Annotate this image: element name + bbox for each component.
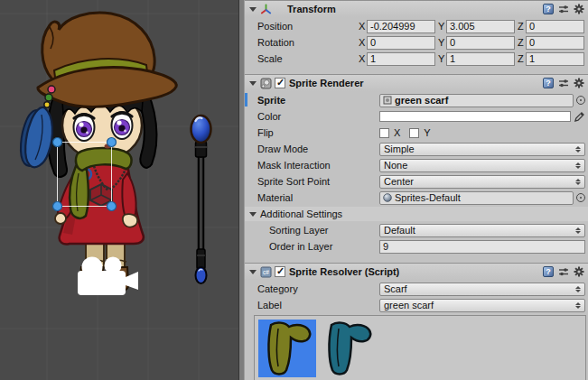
bead-green bbox=[45, 94, 52, 101]
right-arm bbox=[122, 173, 135, 218]
flip-x-checkbox[interactable] bbox=[379, 128, 389, 138]
row-label: Rotation bbox=[257, 37, 359, 48]
field-label: Sprite bbox=[257, 95, 379, 106]
csharp-script-icon: c# bbox=[260, 266, 272, 278]
object-picker-icon[interactable] bbox=[576, 193, 585, 202]
character-sprite[interactable] bbox=[21, 13, 176, 291]
material-sphere-icon bbox=[383, 193, 392, 202]
scale-x-field[interactable]: 1 bbox=[367, 52, 435, 66]
dropdown-value: Scarf bbox=[384, 283, 407, 294]
selection-handle-tr[interactable] bbox=[107, 138, 117, 147]
staff-collar bbox=[196, 142, 207, 157]
color-swatch[interactable] bbox=[379, 111, 571, 122]
sprite-sort-point-dropdown[interactable]: Center bbox=[379, 175, 585, 189]
sprite-renderer-header[interactable]: Sprite Renderer ? bbox=[245, 74, 588, 91]
dropdown-value: green scarf bbox=[384, 300, 434, 310]
selection-handle-bl[interactable] bbox=[53, 202, 62, 211]
mask-interaction-dropdown[interactable]: None bbox=[379, 159, 585, 172]
material-value: Sprites-Default bbox=[395, 192, 461, 203]
dropdown-value: None bbox=[384, 160, 407, 171]
selection-handle-br[interactable] bbox=[107, 202, 117, 211]
dropdown-arrows-icon bbox=[572, 302, 581, 309]
help-icon[interactable]: ? bbox=[543, 78, 554, 88]
position-y-field[interactable]: 3.005 bbox=[446, 20, 515, 33]
thumbnail-green-scarf[interactable] bbox=[258, 320, 316, 377]
rotation-y-field[interactable]: 0 bbox=[446, 36, 515, 50]
scene-canvas bbox=[0, 0, 238, 380]
flip-y-label: Y bbox=[424, 127, 430, 138]
gear-icon[interactable] bbox=[574, 4, 584, 14]
material-row: Material Sprites-Default bbox=[245, 190, 588, 205]
position-z-field[interactable]: 0 bbox=[526, 20, 584, 33]
field-label: Material bbox=[257, 192, 379, 203]
camera-gizmo[interactable] bbox=[78, 257, 138, 296]
help-icon[interactable]: ? bbox=[543, 4, 554, 14]
sprite-resolver-body: Category Scarf Label green scarf bbox=[245, 280, 588, 380]
foldout-icon[interactable] bbox=[249, 212, 257, 217]
axis-y-label: Y bbox=[438, 21, 446, 32]
component-title: Sprite Renderer bbox=[289, 78, 364, 88]
field-label: Mask Interaction bbox=[257, 160, 379, 171]
row-label: Scale bbox=[257, 53, 359, 64]
sprite-resolver-header[interactable]: c# Sprite Resolver (Script) ? bbox=[245, 263, 588, 280]
label-row: Label green scarf bbox=[245, 298, 588, 312]
component-enabled-checkbox[interactable] bbox=[275, 266, 285, 277]
category-dropdown[interactable]: Scarf bbox=[379, 283, 585, 296]
sprite-selection-grid bbox=[254, 315, 586, 380]
sprite-value: green scarf bbox=[395, 95, 448, 106]
staff-sprite[interactable] bbox=[191, 116, 211, 283]
help-icon[interactable]: ? bbox=[543, 266, 554, 277]
transform-header[interactable]: Transform ? bbox=[245, 0, 588, 17]
field-label: Sorting Layer bbox=[269, 225, 379, 236]
rotation-row: Rotation X 0 Y 0 Z 0 bbox=[245, 35, 588, 50]
sprite-sort-point-row: Sprite Sort Point Center bbox=[245, 174, 588, 189]
dropdown-arrows-icon bbox=[572, 179, 581, 185]
scale-y-field[interactable]: 1 bbox=[446, 52, 515, 66]
field-label: Order in Layer bbox=[269, 241, 379, 252]
gear-icon[interactable] bbox=[574, 78, 584, 88]
axis-y-label: Y bbox=[438, 53, 446, 64]
selection-handle-tl[interactable] bbox=[53, 138, 62, 147]
gear-icon[interactable] bbox=[574, 266, 584, 277]
thumbnail-blue-scarf[interactable] bbox=[319, 320, 377, 377]
field-label: Label bbox=[257, 300, 379, 310]
presets-icon[interactable] bbox=[558, 4, 569, 14]
label-dropdown[interactable]: green scarf bbox=[379, 299, 585, 312]
material-object-field[interactable]: Sprites-Default bbox=[379, 191, 574, 205]
dropdown-arrows-icon bbox=[572, 146, 581, 153]
row-label: Position bbox=[257, 21, 359, 32]
sprite-icon bbox=[383, 96, 392, 105]
dropdown-value: Center bbox=[384, 176, 414, 187]
panel-splitter[interactable] bbox=[238, 0, 245, 380]
sorting-layer-dropdown[interactable]: Default bbox=[379, 224, 585, 237]
axis-x-label: X bbox=[359, 37, 367, 48]
dropdown-value: Simple bbox=[384, 144, 415, 154]
foldout-icon[interactable] bbox=[249, 7, 257, 12]
scale-z-field[interactable]: 1 bbox=[526, 52, 584, 66]
rotation-z-field[interactable]: 0 bbox=[526, 36, 584, 50]
object-picker-icon[interactable] bbox=[576, 96, 585, 105]
blue-scarf-thumb-image bbox=[319, 320, 377, 377]
presets-icon[interactable] bbox=[558, 266, 569, 277]
component-title: Transform bbox=[287, 4, 336, 14]
dropdown-arrows-icon bbox=[572, 286, 581, 292]
sprite-renderer-icon bbox=[260, 78, 272, 89]
flip-y-checkbox[interactable] bbox=[409, 128, 419, 138]
dropdown-arrows-icon bbox=[572, 227, 581, 234]
eyedropper-icon[interactable] bbox=[574, 111, 585, 123]
rotation-x-field[interactable]: 0 bbox=[367, 36, 435, 50]
position-x-field[interactable]: -0.204999 bbox=[367, 20, 435, 33]
category-row: Category Scarf bbox=[245, 282, 588, 296]
draw-mode-dropdown[interactable]: Simple bbox=[379, 143, 585, 156]
component-enabled-checkbox[interactable] bbox=[275, 78, 285, 88]
additional-settings-foldout[interactable]: Additional Settings bbox=[245, 207, 588, 221]
scene-view[interactable] bbox=[0, 0, 238, 380]
presets-icon[interactable] bbox=[558, 78, 569, 88]
order-in-layer-field[interactable]: 9 bbox=[379, 240, 585, 254]
sprite-object-field[interactable]: green scarf bbox=[379, 94, 574, 107]
foldout-icon[interactable] bbox=[249, 270, 257, 274]
foldout-icon[interactable] bbox=[249, 81, 257, 86]
scale-row: Scale X 1 Y 1 Z 1 bbox=[245, 51, 588, 66]
staff-lower-grip bbox=[197, 249, 205, 269]
field-label: Flip bbox=[257, 127, 379, 138]
